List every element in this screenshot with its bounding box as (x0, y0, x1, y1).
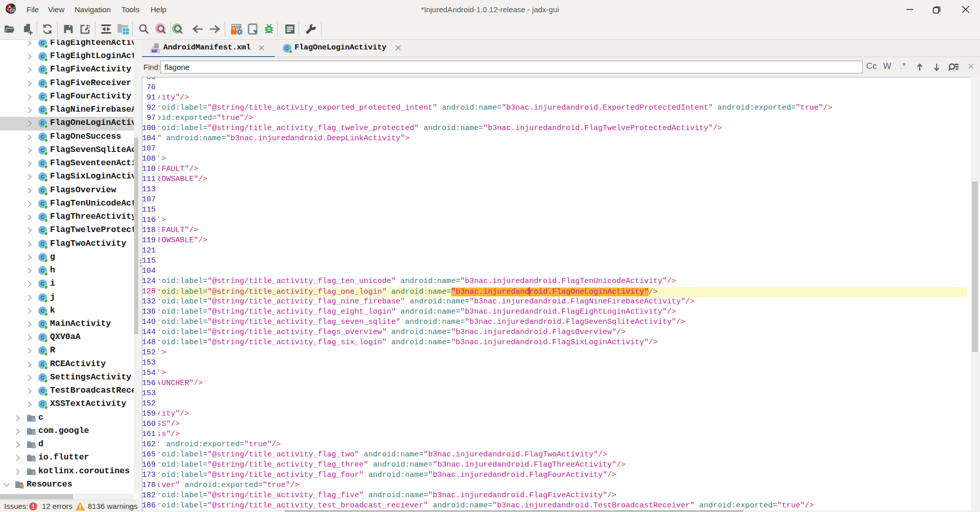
svg-text:MF: MF (152, 48, 158, 54)
svg-text:X: X (13, 9, 15, 12)
